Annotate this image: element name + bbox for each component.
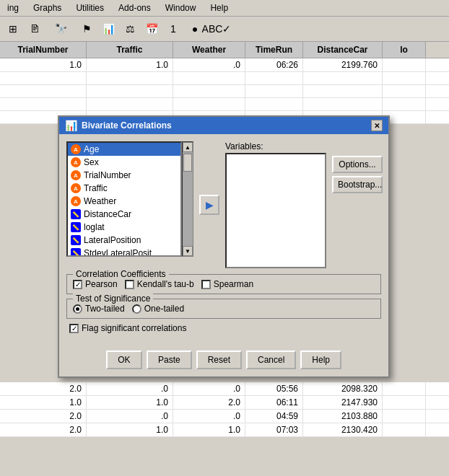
kendalltaub-checkbox[interactable]	[125, 280, 134, 289]
cell-e5[interactable]	[383, 423, 426, 436]
test-of-significance-group: Test of Significance Two-tailed One-tail…	[66, 299, 381, 319]
cell-c5[interactable]	[383, 396, 426, 409]
toolbar-flag-btn[interactable]: ⚑	[77, 19, 97, 39]
table-row: 1.0 1.0 2.0 06:11 2147.930	[0, 396, 449, 410]
cell-d1[interactable]: .0	[87, 410, 173, 423]
ruler-icon: 📏	[71, 248, 81, 257]
cell-c1[interactable]: 1.0	[87, 396, 173, 409]
ok-button[interactable]: OK	[106, 351, 142, 369]
scroll-down-button[interactable]: ▼	[183, 246, 193, 256]
pearson-checkbox[interactable]: ✓	[73, 280, 82, 289]
one-tailed-radio[interactable]	[132, 304, 141, 314]
bivariate-correlations-dialog: 📊 Bivariate Correlations ✕ A Age A Sex	[58, 115, 390, 378]
cell-c0[interactable]: 1.0	[0, 396, 87, 409]
list-item[interactable]: A Sex	[68, 156, 180, 169]
help-button[interactable]: Help	[300, 351, 341, 369]
cell-d2[interactable]: .0	[173, 410, 245, 423]
dialog-close-button[interactable]: ✕	[371, 120, 383, 131]
cell-c3[interactable]: 06:11	[245, 396, 303, 409]
spreadsheet: TrialNumber Traffic Weather TimeRun Dist…	[0, 42, 449, 124]
spearman-checkbox[interactable]	[201, 280, 211, 289]
pearson-checkbox-item[interactable]: ✓ Pearson	[73, 279, 118, 289]
ruler-icon: 📏	[71, 222, 81, 232]
two-tailed-radio-item[interactable]: Two-tailed	[73, 304, 125, 314]
cell-0-0[interactable]: 1.0	[0, 58, 87, 71]
binoculars-icon: 🔭	[55, 23, 67, 35]
menu-addons[interactable]: Add-ons	[114, 1, 155, 14]
list-item[interactable]: 📏 loglat	[68, 221, 180, 234]
transfer-to-variables-button[interactable]: ▶	[199, 195, 219, 215]
col-header-timerun: TimeRun	[245, 42, 303, 58]
cell-d5[interactable]	[383, 410, 426, 423]
menu-utilities[interactable]: Utilities	[71, 1, 108, 14]
cell-d0[interactable]: 2.0	[0, 410, 87, 423]
col-header-weather: Weather	[173, 42, 245, 58]
cancel-button[interactable]: Cancel	[246, 351, 296, 369]
cell-b0[interactable]: 2.0	[0, 382, 87, 395]
menu-graphs[interactable]: Graphs	[29, 1, 66, 14]
toolbar-chart-btn[interactable]: 📊	[98, 19, 118, 39]
list-item[interactable]: 📏 StdevLateralPosit	[68, 247, 180, 257]
list-item[interactable]: A Traffic	[68, 182, 180, 195]
flag-correlations-checkbox[interactable]: ✓	[69, 324, 79, 333]
grid-icon: ⊞	[9, 23, 17, 35]
variable-listbox[interactable]: A Age A Sex A TrialNumber A	[66, 141, 182, 257]
toolbar-data-btn[interactable]: 🖹	[25, 19, 45, 39]
list-item[interactable]: A Weather	[68, 195, 180, 208]
two-tailed-radio[interactable]	[73, 304, 82, 314]
person-icon: A	[71, 196, 81, 206]
cell-c4[interactable]: 2147.930	[303, 396, 383, 409]
menu-help[interactable]: Help	[206, 1, 232, 14]
cell-0-1[interactable]: 1.0	[87, 58, 173, 71]
listbox-wrapper: A Age A Sex A TrialNumber A	[66, 141, 193, 257]
cell-e0[interactable]: 2.0	[0, 423, 87, 436]
scroll-up-button[interactable]: ▲	[183, 142, 193, 152]
cell-e4[interactable]: 2130.420	[303, 423, 383, 436]
menu-ing[interactable]: ing	[3, 1, 23, 14]
list-item[interactable]: A Age	[68, 143, 180, 156]
toolbar-abc-btn[interactable]: ABC✓	[206, 19, 227, 39]
toolbar-number-btn[interactable]: 1	[163, 19, 183, 39]
cell-b4[interactable]: 2098.320	[303, 382, 383, 395]
scroll-track[interactable]	[183, 152, 193, 246]
list-item[interactable]: 📏 DistanceCar	[68, 208, 180, 221]
spearman-checkbox-item[interactable]: Spearman	[201, 279, 253, 289]
cell-0-2[interactable]: .0	[173, 58, 245, 71]
flag-correlations-label: Flag significant correlations	[82, 323, 186, 333]
one-tailed-label: One-tailed	[144, 304, 184, 314]
one-tailed-radio-item[interactable]: One-tailed	[132, 304, 184, 314]
scroll-thumb[interactable]	[183, 154, 192, 172]
cell-c2[interactable]: 2.0	[173, 396, 245, 409]
paste-button[interactable]: Paste	[147, 351, 192, 369]
kendalltaub-checkbox-item[interactable]: Kendall's tau-b	[125, 279, 194, 289]
cell-b3[interactable]: 05:56	[245, 382, 303, 395]
menu-window[interactable]: Window	[161, 1, 201, 14]
toolbar-scale-btn[interactable]: ⚖	[120, 19, 140, 39]
flag-correlations-item[interactable]: ✓ Flag significant correlations	[66, 323, 381, 333]
options-button[interactable]: Options...	[332, 156, 383, 173]
variable-list-section: A Age A Sex A TrialNumber A	[66, 141, 193, 268]
list-item[interactable]: A TrialNumber	[68, 169, 180, 182]
calendar-icon: 📅	[146, 23, 158, 35]
bootstrap-button[interactable]: Bootstrap...	[332, 176, 383, 193]
cell-0-4[interactable]: 2199.760	[303, 58, 383, 71]
ruler-icon: 📏	[71, 235, 81, 245]
reset-button[interactable]: Reset	[196, 351, 242, 369]
cell-d4[interactable]: 2103.880	[303, 410, 383, 423]
toolbar-calendar-btn[interactable]: 📅	[141, 19, 162, 39]
target-variables-box[interactable]	[225, 153, 326, 268]
toolbar-grid-btn[interactable]: ⊞	[3, 19, 23, 39]
cell-d3[interactable]: 04:59	[245, 410, 303, 423]
test-of-significance-content: Two-tailed One-tailed	[73, 304, 375, 314]
cell-e2[interactable]: 1.0	[173, 423, 245, 436]
list-item[interactable]: 📏 LateralPosition	[68, 234, 180, 247]
cell-0-3[interactable]: 06:26	[245, 58, 303, 71]
cell-b5[interactable]	[383, 382, 426, 395]
col-header-distancecar: DistanceCar	[303, 42, 383, 58]
cell-b2[interactable]: .0	[173, 382, 245, 395]
cell-e3[interactable]: 07:03	[245, 423, 303, 436]
toolbar-binoculars-btn[interactable]: 🔭	[51, 19, 71, 39]
cell-b1[interactable]: .0	[87, 382, 173, 395]
cell-e1[interactable]: 1.0	[87, 423, 173, 436]
cell-0-5[interactable]	[383, 58, 426, 71]
